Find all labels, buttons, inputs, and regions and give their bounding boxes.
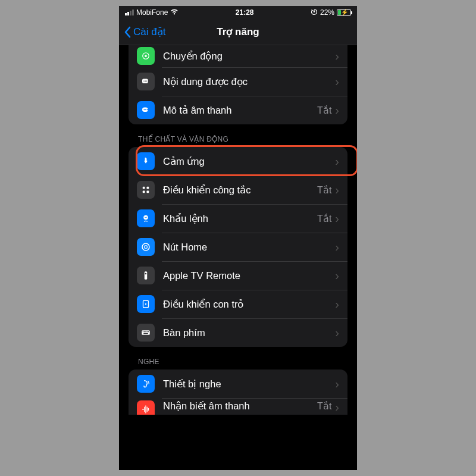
svg-rect-27 bbox=[148, 331, 149, 333]
battery-pct-label: 22% bbox=[320, 8, 334, 17]
chevron-right-icon: › bbox=[335, 377, 339, 391]
hearing-icon bbox=[137, 375, 155, 393]
pointer-control-icon bbox=[137, 295, 155, 313]
spoken-content-icon bbox=[137, 73, 155, 90]
wifi-icon bbox=[170, 8, 178, 17]
row-switch-control[interactable]: Điều khiển công tắc Tắt › bbox=[129, 176, 347, 204]
svg-point-9 bbox=[145, 109, 146, 110]
home-button-icon bbox=[137, 238, 155, 256]
chevron-right-icon: › bbox=[335, 240, 339, 254]
row-touch[interactable]: Cảm ứng › bbox=[129, 147, 347, 176]
row-label: Nhận biết âm thanh bbox=[163, 400, 317, 412]
touch-icon bbox=[137, 152, 155, 170]
chevron-right-icon: › bbox=[335, 212, 339, 226]
svg-point-10 bbox=[147, 109, 148, 110]
svg-rect-13 bbox=[143, 191, 145, 193]
row-label: Khẩu lệnh bbox=[163, 213, 317, 224]
chevron-right-icon: › bbox=[335, 75, 339, 89]
row-label: Nút Home bbox=[163, 242, 335, 253]
row-hearing-devices[interactable]: Thiết bị nghe › bbox=[129, 369, 347, 398]
audio-description-icon bbox=[137, 101, 155, 119]
settings-group-physical: Cảm ứng › Điều khiển công tắc Tắt › Khẩu… bbox=[129, 147, 347, 347]
phone-screen: MobiFone 21:28 22% ⚡ Cài đặt Trợ năng bbox=[119, 6, 357, 470]
row-label: Nội dung được đọc bbox=[163, 76, 335, 87]
sound-recognition-icon bbox=[137, 400, 155, 415]
row-value: Tắt bbox=[317, 213, 331, 224]
chevron-right-icon: › bbox=[335, 49, 339, 63]
row-label: Mô tả âm thanh bbox=[163, 105, 317, 116]
svg-point-4 bbox=[143, 81, 145, 82]
row-label: Bàn phím bbox=[163, 327, 335, 339]
svg-rect-14 bbox=[147, 191, 149, 193]
chevron-left-icon bbox=[124, 26, 131, 38]
svg-point-6 bbox=[146, 81, 148, 82]
svg-point-5 bbox=[145, 81, 146, 82]
keyboard-icon bbox=[137, 324, 155, 342]
clock-label: 21:28 bbox=[236, 8, 254, 17]
back-label: Cài đặt bbox=[133, 26, 165, 38]
chevron-right-icon: › bbox=[335, 298, 339, 311]
svg-rect-22 bbox=[142, 330, 150, 335]
row-label: Apple TV Remote bbox=[163, 270, 335, 281]
svg-point-16 bbox=[142, 243, 149, 250]
row-value: Tắt bbox=[317, 105, 331, 116]
svg-rect-25 bbox=[145, 331, 146, 333]
svg-rect-0 bbox=[314, 11, 315, 12]
back-button[interactable]: Cài đặt bbox=[119, 26, 165, 38]
rotation-lock-icon bbox=[311, 8, 318, 17]
row-spoken-content[interactable]: Nội dung được đọc › bbox=[129, 67, 347, 96]
svg-point-8 bbox=[143, 109, 145, 110]
section-header-physical: THỂ CHẤT VÀ VẬN ĐỘNG bbox=[119, 124, 357, 147]
svg-point-2 bbox=[145, 55, 147, 57]
settings-group-hearing: Thiết bị nghe › Nhận biết âm thanh Tắt › bbox=[129, 369, 347, 415]
settings-group-vision: Chuyển động › Nội dung được đọc › Mô tả … bbox=[129, 45, 347, 124]
svg-rect-24 bbox=[144, 331, 145, 333]
svg-point-19 bbox=[145, 273, 147, 275]
switch-control-icon bbox=[137, 181, 155, 199]
row-pointer-control[interactable]: Điều khiển con trỏ › bbox=[129, 290, 347, 318]
row-label: Điều khiển con trỏ bbox=[163, 299, 335, 310]
row-value: Tắt bbox=[317, 184, 331, 196]
row-value: Tắt bbox=[317, 400, 331, 412]
row-motion[interactable]: Chuyển động › bbox=[129, 45, 347, 67]
row-home-button[interactable]: Nút Home › bbox=[129, 233, 347, 261]
carrier-label: MobiFone bbox=[136, 8, 168, 17]
chevron-right-icon: › bbox=[335, 183, 339, 197]
battery-icon: ⚡ bbox=[337, 9, 351, 16]
chevron-right-icon: › bbox=[335, 400, 339, 414]
svg-rect-23 bbox=[143, 331, 144, 333]
row-label: Điều khiển công tắc bbox=[163, 184, 317, 196]
svg-rect-12 bbox=[147, 187, 149, 189]
row-label: Thiết bị nghe bbox=[163, 378, 335, 390]
row-keyboard[interactable]: Bàn phím › bbox=[129, 318, 347, 347]
section-header-hearing: NGHE bbox=[119, 347, 357, 369]
svg-rect-26 bbox=[147, 331, 148, 333]
tv-remote-icon bbox=[137, 267, 155, 284]
row-label: Cảm ứng bbox=[163, 156, 335, 167]
svg-rect-18 bbox=[145, 271, 148, 280]
row-voice-control[interactable]: Khẩu lệnh Tắt › bbox=[129, 204, 347, 233]
row-label: Chuyển động bbox=[163, 51, 335, 62]
row-apple-tv-remote[interactable]: Apple TV Remote › bbox=[129, 261, 347, 290]
svg-rect-17 bbox=[145, 246, 148, 249]
chevron-right-icon: › bbox=[335, 155, 339, 168]
status-bar: MobiFone 21:28 22% ⚡ bbox=[119, 6, 357, 19]
chevron-right-icon: › bbox=[335, 326, 339, 340]
chevron-right-icon: › bbox=[335, 269, 339, 283]
svg-point-21 bbox=[145, 303, 146, 305]
row-sound-recognition[interactable]: Nhận biết âm thanh Tắt › bbox=[129, 398, 347, 415]
chevron-right-icon: › bbox=[335, 104, 339, 117]
svg-rect-28 bbox=[143, 333, 148, 334]
voice-control-icon bbox=[137, 209, 155, 227]
svg-rect-11 bbox=[143, 187, 145, 189]
signal-icon bbox=[125, 10, 134, 15]
motion-icon bbox=[137, 47, 155, 65]
nav-bar: Cài đặt Trợ năng bbox=[119, 19, 357, 45]
row-audio-description[interactable]: Mô tả âm thanh Tắt › bbox=[129, 96, 347, 124]
